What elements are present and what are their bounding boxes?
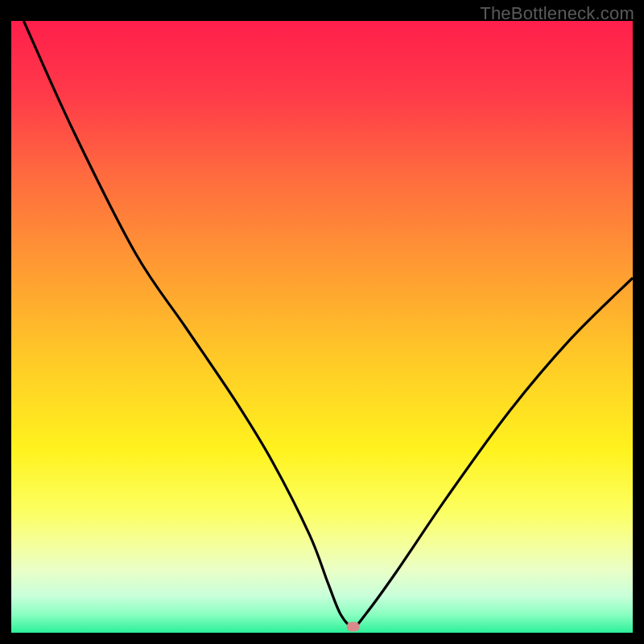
optimal-marker: [347, 621, 360, 631]
watermark-text: TheBottleneck.com: [480, 3, 634, 24]
bottleneck-chart: [11, 21, 633, 633]
chart-frame: TheBottleneck.com: [0, 0, 644, 644]
gradient-background: [11, 21, 633, 633]
plot-area: [11, 21, 633, 633]
